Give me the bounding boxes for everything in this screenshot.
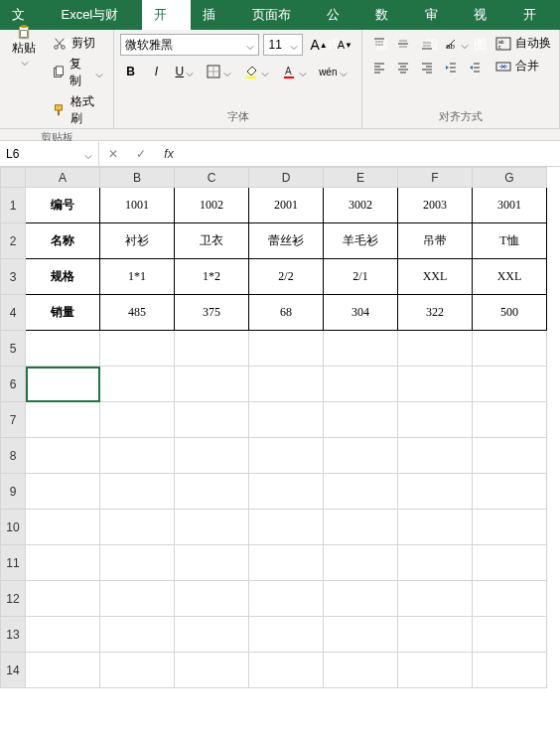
cell-G7[interactable] [473, 402, 547, 438]
cell-D13[interactable] [249, 617, 324, 653]
cell-G13[interactable] [473, 617, 547, 653]
cell-C1[interactable]: 1002 [175, 188, 249, 223]
row-header-2[interactable]: 2 [1, 223, 26, 259]
cell-F13[interactable] [398, 617, 473, 653]
cell-A9[interactable] [26, 474, 100, 510]
name-box[interactable]: L6 [0, 141, 99, 166]
format-painter-button[interactable]: 格式刷 [48, 92, 107, 128]
cell-D3[interactable]: 2/2 [249, 259, 324, 295]
cell-A14[interactable] [26, 653, 100, 688]
select-all-corner[interactable] [1, 168, 26, 188]
tab-insert[interactable]: 插入 [191, 0, 239, 30]
cell-G4[interactable]: 500 [473, 295, 547, 331]
fill-color-button[interactable] [240, 62, 272, 81]
align-bottom-button[interactable] [416, 34, 438, 54]
cell-B13[interactable] [100, 617, 175, 653]
cell-C14[interactable] [175, 653, 249, 688]
column-header-G[interactable]: G [473, 168, 547, 188]
cell-F1[interactable]: 2003 [398, 188, 473, 223]
cell-D2[interactable]: 蕾丝衫 [249, 223, 324, 259]
cell-G6[interactable] [473, 367, 547, 402]
cell-E13[interactable] [324, 617, 398, 653]
cell-B7[interactable] [100, 402, 175, 438]
cell-E1[interactable]: 3002 [324, 188, 398, 223]
column-header-E[interactable]: E [324, 168, 398, 188]
column-header-F[interactable]: F [398, 168, 473, 188]
cell-F5[interactable] [398, 331, 473, 367]
cell-D6[interactable] [249, 367, 324, 402]
column-header-D[interactable]: D [249, 168, 324, 188]
cell-C5[interactable] [175, 331, 249, 367]
cell-A5[interactable] [26, 331, 100, 367]
cell-A4[interactable]: 销量 [26, 295, 100, 331]
row-header-8[interactable]: 8 [1, 438, 26, 474]
bold-button[interactable]: B [120, 62, 140, 81]
cell-F11[interactable] [398, 545, 473, 581]
cell-B3[interactable]: 1*1 [100, 259, 175, 295]
cell-B12[interactable] [100, 581, 175, 617]
row-header-3[interactable]: 3 [1, 259, 26, 295]
tab-view[interactable]: 视图 [462, 0, 510, 30]
cell-D10[interactable] [249, 510, 324, 545]
decrease-font-button[interactable]: A▼ [335, 35, 355, 55]
align-top-button[interactable] [368, 34, 390, 54]
cell-A10[interactable] [26, 510, 100, 545]
cell-F4[interactable]: 322 [398, 295, 473, 331]
column-header-A[interactable]: A [26, 168, 100, 188]
cell-B4[interactable]: 485 [100, 295, 175, 331]
cell-C3[interactable]: 1*2 [175, 259, 249, 295]
cell-F2[interactable]: 吊带 [398, 223, 473, 259]
cell-D12[interactable] [249, 581, 324, 617]
tab-formulas[interactable]: 公式 [315, 0, 363, 30]
cell-E6[interactable] [324, 367, 398, 402]
cell-A11[interactable] [26, 545, 100, 581]
cell-A8[interactable] [26, 438, 100, 474]
cell-D9[interactable] [249, 474, 324, 510]
row-header-5[interactable]: 5 [1, 331, 26, 367]
cell-G11[interactable] [473, 545, 547, 581]
font-name-select[interactable]: 微软雅黑 [120, 34, 259, 56]
cell-D7[interactable] [249, 402, 324, 438]
cell-E5[interactable] [324, 331, 398, 367]
cell-B10[interactable] [100, 510, 175, 545]
phonetic-button[interactable]: wén [316, 62, 350, 81]
column-header-B[interactable]: B [100, 168, 175, 188]
cell-G3[interactable]: XXL [473, 259, 547, 295]
cell-C13[interactable] [175, 617, 249, 653]
tab-data[interactable]: 数据 [363, 0, 412, 30]
cell-E9[interactable] [324, 474, 398, 510]
align-center-button[interactable] [392, 58, 414, 77]
cell-G14[interactable] [473, 653, 547, 688]
cell-G10[interactable] [473, 510, 547, 545]
increase-indent-button[interactable] [464, 58, 486, 77]
cell-D8[interactable] [249, 438, 324, 474]
cell-C4[interactable]: 375 [175, 295, 249, 331]
cell-E2[interactable]: 羊毛衫 [324, 223, 398, 259]
row-header-14[interactable]: 14 [1, 653, 26, 688]
row-header-6[interactable]: 6 [1, 367, 26, 402]
cell-A2[interactable]: 名称 [26, 223, 100, 259]
cell-A12[interactable] [26, 581, 100, 617]
cell-D11[interactable] [249, 545, 324, 581]
cell-E8[interactable] [324, 438, 398, 474]
cell-E4[interactable]: 304 [324, 295, 398, 331]
cell-C7[interactable] [175, 402, 249, 438]
cell-B8[interactable] [100, 438, 175, 474]
cell-C6[interactable] [175, 367, 249, 402]
cell-B14[interactable] [100, 653, 175, 688]
cell-B11[interactable] [100, 545, 175, 581]
borders-button[interactable] [203, 62, 234, 81]
column-header-C[interactable]: C [175, 168, 249, 188]
cancel-formula-button[interactable]: ✕ [99, 147, 127, 161]
cell-G2[interactable]: T恤 [473, 223, 547, 259]
cell-D4[interactable]: 68 [249, 295, 324, 331]
row-header-13[interactable]: 13 [1, 617, 26, 653]
cell-A1[interactable]: 编号 [26, 188, 100, 223]
cell-G8[interactable] [473, 438, 547, 474]
cell-A6[interactable] [26, 367, 100, 402]
cell-E10[interactable] [324, 510, 398, 545]
cell-E14[interactable] [324, 653, 398, 688]
cell-C11[interactable] [175, 545, 249, 581]
cell-E7[interactable] [324, 402, 398, 438]
accept-formula-button[interactable]: ✓ [127, 147, 155, 161]
